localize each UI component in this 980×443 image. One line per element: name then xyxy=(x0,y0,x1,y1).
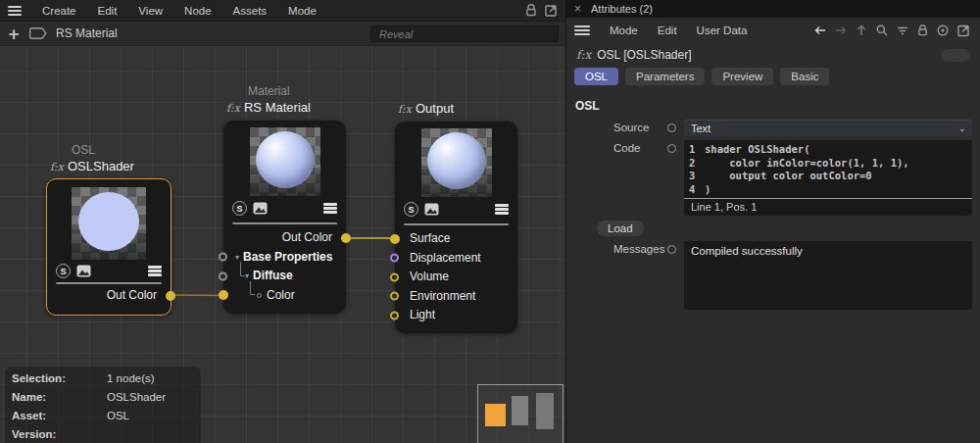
code-socket-icon[interactable] xyxy=(667,144,676,153)
image-preview-icon[interactable] xyxy=(424,203,439,216)
source-socket-icon[interactable] xyxy=(667,123,676,132)
pop-out-icon[interactable] xyxy=(544,3,558,18)
input-port-diffuse[interactable] xyxy=(219,271,227,280)
input-port-base-properties[interactable] xyxy=(219,253,227,262)
compiler-messages-box: Compiled successfully xyxy=(684,241,972,310)
material-tag-icon[interactable] xyxy=(28,25,49,41)
input-port-color[interactable] xyxy=(219,290,228,300)
attr-menu-edit[interactable]: Edit xyxy=(648,25,687,36)
output-port-out-color[interactable] xyxy=(166,291,175,301)
solo-icon[interactable]: S xyxy=(232,201,247,216)
port-row-displacement: Displacement xyxy=(395,249,517,269)
port-label: Light xyxy=(410,308,435,321)
track-record-icon[interactable] xyxy=(936,24,950,37)
line-number: 3 xyxy=(684,170,698,183)
node-graph-canvas[interactable]: OSL f:xOSLShader S Out Color xyxy=(0,46,565,443)
input-port-volume[interactable] xyxy=(390,272,399,281)
attr-menu-user-data[interactable]: User Data xyxy=(687,25,758,36)
back-arrow-icon[interactable] xyxy=(813,24,827,37)
breadcrumb-material[interactable]: RS Material xyxy=(56,26,118,40)
minimap-node xyxy=(536,393,554,429)
preview-sphere xyxy=(256,131,315,188)
info-value: 1 node(s) xyxy=(107,369,155,388)
menubar-item-mode[interactable]: Mode xyxy=(277,5,327,17)
search-icon[interactable] xyxy=(875,24,889,37)
port-label: Base Properties xyxy=(243,250,332,264)
add-asset-icon[interactable]: + xyxy=(5,25,23,43)
line-number: 2 xyxy=(684,157,698,171)
node-output[interactable]: f:xOutput S Surface xyxy=(395,122,517,333)
node-preview-thumbnail xyxy=(250,127,320,196)
reveal-search-input[interactable] xyxy=(370,25,559,42)
chevron-down-icon: ⌄ xyxy=(958,121,966,136)
menubar-item-edit[interactable]: Edit xyxy=(87,5,128,17)
tab-parameters[interactable]: Parameters xyxy=(625,68,705,85)
fx-icon: f:x xyxy=(50,161,64,173)
code-label: Code xyxy=(613,140,661,157)
node-divider xyxy=(232,222,337,224)
navigator-minimap[interactable] xyxy=(477,384,564,443)
tab-basic[interactable]: Basic xyxy=(780,68,829,85)
node-name-label: OSLShader xyxy=(68,159,134,173)
collapse-triangle-icon[interactable]: ▾ xyxy=(245,271,249,280)
preview-sphere xyxy=(78,192,139,251)
code-text: color inColor=color(1, 1, 1), xyxy=(698,157,909,171)
menubar-item-create[interactable]: Create xyxy=(31,5,87,17)
info-row-name: Name: OSLShader xyxy=(5,388,201,407)
output-port-out-color[interactable] xyxy=(341,233,351,243)
filter-icon[interactable] xyxy=(896,24,909,37)
menu-lines-icon[interactable] xyxy=(148,266,162,276)
solo-icon[interactable]: S xyxy=(404,202,418,217)
forward-arrow-icon[interactable] xyxy=(834,24,848,37)
port-label: Displacement xyxy=(410,251,481,265)
line-number: 4 xyxy=(684,183,698,197)
port-label: Out Color xyxy=(107,288,157,302)
up-arrow-icon[interactable] xyxy=(855,24,868,37)
solo-icon[interactable]: S xyxy=(56,264,71,278)
node-oslshader[interactable]: OSL f:xOSLShader S Out Color xyxy=(46,178,172,316)
tab-preview[interactable]: Preview xyxy=(711,68,773,85)
menu-lines-icon[interactable] xyxy=(495,204,509,215)
node-rs-material[interactable]: Material f:xRS Material S Out Color xyxy=(223,121,346,314)
node-category-label: OSL xyxy=(50,143,134,158)
input-port-light[interactable] xyxy=(390,311,399,320)
node-output-titles: f:xOutput xyxy=(398,100,454,118)
pop-out-icon[interactable] xyxy=(956,24,970,37)
layer-color-pill[interactable] xyxy=(941,49,970,62)
node-editor-pane: Create Edit View Node Assets Mode + RS M… xyxy=(0,0,565,443)
attr-menu-mode[interactable]: Mode xyxy=(600,25,648,36)
code-line: 1 shader OSLShader( xyxy=(684,143,972,157)
lock-icon[interactable] xyxy=(916,24,929,37)
source-dropdown-value: Text xyxy=(691,123,710,134)
lock-icon[interactable] xyxy=(524,3,538,18)
attributes-panel: × Attributes (2) Mode Edit User Data xyxy=(565,0,980,443)
messages-socket-icon[interactable] xyxy=(667,245,676,254)
source-dropdown[interactable]: Text ⌄ xyxy=(684,120,972,136)
osl-code-editor[interactable]: 1 shader OSLShader( 2 color inColor=colo… xyxy=(684,140,972,216)
close-icon[interactable]: × xyxy=(574,0,581,18)
fx-icon: f:x xyxy=(398,103,412,116)
input-port-environment[interactable] xyxy=(390,292,399,301)
menubar-item-node[interactable]: Node xyxy=(173,5,222,17)
minimap-node-selected xyxy=(485,404,506,426)
input-port-displacement[interactable] xyxy=(390,254,399,263)
source-param-row: Source Text ⌄ xyxy=(566,120,980,136)
attribute-tabs: OSL Parameters Preview Basic xyxy=(566,67,980,92)
input-port-surface[interactable] xyxy=(390,234,400,244)
image-preview-icon[interactable] xyxy=(253,202,268,215)
port-label: Environment xyxy=(410,289,475,303)
hamburger-menu-icon[interactable] xyxy=(574,25,590,35)
attributes-menubar: Mode Edit User Data xyxy=(566,18,980,43)
tab-osl[interactable]: OSL xyxy=(574,68,618,85)
image-preview-icon[interactable] xyxy=(76,265,91,277)
info-value: OSLShader xyxy=(107,388,166,407)
load-button[interactable]: Load xyxy=(597,221,644,236)
port-label: Out Color xyxy=(282,230,332,244)
hamburger-menu-icon[interactable] xyxy=(8,6,22,16)
port-row-base-properties: ▾Base Properties xyxy=(223,248,346,268)
code-text: shader OSLShader( xyxy=(698,143,809,157)
collapse-triangle-icon[interactable]: ▾ xyxy=(235,253,239,262)
menubar-item-assets[interactable]: Assets xyxy=(222,5,278,17)
menubar-item-view[interactable]: View xyxy=(127,5,173,17)
menu-lines-icon[interactable] xyxy=(323,203,337,214)
